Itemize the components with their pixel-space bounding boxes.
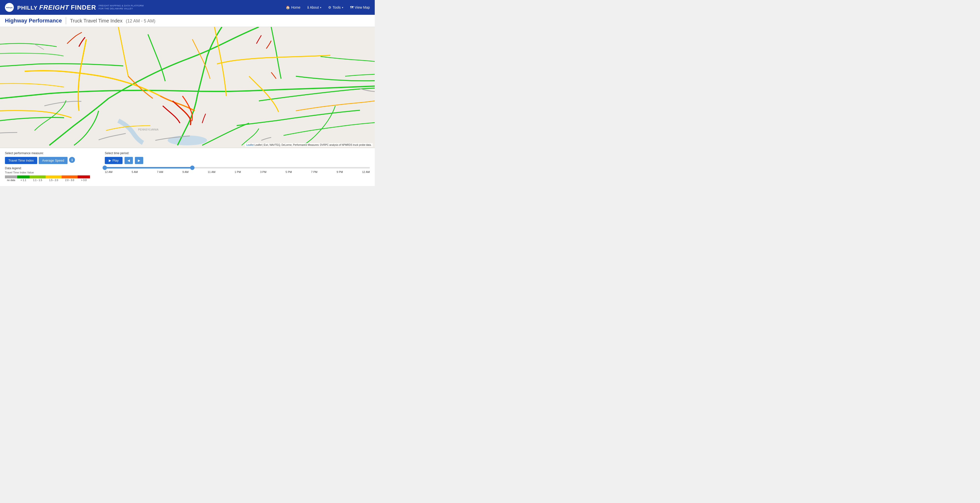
nav-tools[interactable]: ⚙ Tools ▾ bbox=[328, 5, 343, 10]
tools-caret-icon: ▾ bbox=[342, 6, 343, 9]
slider-container: 12 AM5 AM7 AM9 AM11 AM1 PM3 PM5 PM7 PM9 … bbox=[105, 167, 370, 179]
slider-track[interactable] bbox=[105, 167, 370, 168]
legend-item: no data bbox=[5, 176, 17, 182]
nav-view-map[interactable]: 🗺 View Map bbox=[350, 5, 370, 10]
nav-home-label: Home bbox=[291, 5, 300, 10]
legend-item: 1.1 - 1.5 bbox=[30, 176, 46, 182]
legend-item: < 1.1 bbox=[17, 176, 30, 182]
time-tick-label: 7 PM bbox=[311, 171, 318, 173]
brand-subtitle-line2: FOR THE DELAWARE VALLEY bbox=[99, 7, 144, 10]
time-tick-label: 9 PM bbox=[337, 171, 343, 173]
page-title-sub-text: Truck Travel Time Index bbox=[70, 18, 123, 24]
legend-subtitle: Travel Time Index Value bbox=[5, 171, 90, 174]
time-tick-label: 12 AM bbox=[362, 171, 370, 173]
time-tick-label: 7 AM bbox=[157, 171, 163, 173]
nav-home[interactable]: 🏠 Home bbox=[286, 5, 300, 10]
svg-point-1 bbox=[168, 136, 207, 145]
brand-subtitle-line1: FREIGHT MAPPING & DATA PLATFORM bbox=[99, 5, 144, 7]
map-attribution: Leaflet Leaflet | Esri, NAV/TEQ, DeLorme… bbox=[245, 143, 373, 147]
map-container[interactable]: PENNSYLVANIA esri bbox=[0, 27, 375, 148]
play-btn-label: Play bbox=[113, 159, 119, 162]
map-icon: 🗺 bbox=[350, 5, 353, 10]
prev-button[interactable]: ◀ bbox=[124, 157, 133, 164]
time-tick-label: 9 AM bbox=[183, 171, 189, 173]
leaflet-link[interactable]: Leaflet bbox=[246, 144, 254, 146]
nav-view-map-label: View Map bbox=[355, 5, 370, 10]
legend-section: Data legend: Travel Time Index Value no … bbox=[5, 166, 90, 182]
info-button[interactable]: ℹ bbox=[69, 157, 75, 163]
time-tick-label: 1 PM bbox=[234, 171, 241, 173]
legend-row: no data< 1.11.1 - 1.51.5 - 2.02.0 - 3.0>… bbox=[5, 176, 90, 182]
time-section-label: Select time period: bbox=[105, 152, 370, 155]
page-title-sub: Truck Travel Time Index (12 AM - 5 AM) bbox=[70, 18, 155, 24]
tools-icon: ⚙ bbox=[328, 5, 331, 10]
time-tick-label: 12 AM bbox=[105, 171, 113, 173]
legend-item: 1.5 - 2.0 bbox=[46, 176, 62, 182]
next-button[interactable]: ▶ bbox=[135, 157, 143, 164]
page-title-main: Highway Performance bbox=[5, 18, 62, 24]
nav-tools-label: Tools bbox=[332, 5, 341, 10]
slider-thumb-left[interactable] bbox=[103, 166, 107, 170]
nav-about[interactable]: ℹ About ▾ bbox=[307, 5, 321, 10]
brand-philly: PHILLY bbox=[17, 5, 38, 11]
about-icon: ℹ bbox=[307, 5, 309, 10]
play-icon: ▶ bbox=[109, 159, 111, 162]
legend-item: > 3.0 bbox=[78, 176, 90, 182]
svg-text:PENNSYLVANIA: PENNSYLVANIA bbox=[138, 128, 159, 131]
time-tick-label: 3 PM bbox=[260, 171, 267, 173]
map-attribution-text: Leaflet | Esri, NAV/TEQ, DeLorme, Perfor… bbox=[255, 144, 372, 146]
time-tick-label: 11 AM bbox=[208, 171, 215, 173]
perf-btn-group: Travel Time Index Average Speed ℹ bbox=[5, 157, 90, 164]
home-icon: 🏠 bbox=[286, 5, 290, 10]
dvrpc-circle-icon: ●dvrpc bbox=[5, 3, 14, 12]
controls-panel: Select performance measure: Travel Time … bbox=[0, 148, 375, 186]
page-title-time-range: (12 AM - 5 AM) bbox=[126, 19, 155, 24]
brand-title: PHILLY FREIGHT FINDER bbox=[17, 4, 96, 11]
next-icon: ▶ bbox=[138, 159, 140, 162]
about-caret-icon: ▾ bbox=[320, 6, 321, 9]
brand-freight: FREIGHT bbox=[39, 4, 69, 11]
page-title-divider bbox=[66, 17, 66, 24]
btn-average-speed[interactable]: Average Speed bbox=[39, 157, 68, 164]
slider-thumb-right[interactable] bbox=[190, 166, 194, 170]
map-background: PENNSYLVANIA esri bbox=[0, 27, 375, 148]
header-nav: 🏠 Home ℹ About ▾ ⚙ Tools ▾ 🗺 View Map bbox=[286, 5, 370, 10]
map-svg: PENNSYLVANIA esri bbox=[0, 27, 375, 148]
brand-finder: FINDER bbox=[71, 4, 96, 11]
legend-item: 2.0 - 3.0 bbox=[62, 176, 78, 182]
play-button[interactable]: ▶ Play bbox=[105, 157, 123, 164]
btn-travel-time-index[interactable]: Travel Time Index bbox=[5, 157, 37, 164]
slider-filled bbox=[105, 167, 192, 168]
play-controls: ▶ Play ◀ ▶ bbox=[105, 157, 370, 164]
time-tick-label: 5 PM bbox=[285, 171, 292, 173]
time-section: Select time period: ▶ Play ◀ ▶ 12 AM5 AM… bbox=[105, 152, 370, 179]
time-labels: 12 AM5 AM7 AM9 AM11 AM1 PM3 PM5 PM7 PM9 … bbox=[105, 171, 370, 173]
prev-icon: ◀ bbox=[127, 159, 130, 162]
perf-section-label: Select performance measure: bbox=[5, 152, 90, 155]
perf-section: Select performance measure: Travel Time … bbox=[5, 152, 90, 182]
nav-about-label: About bbox=[310, 5, 319, 10]
dvrpc-logo[interactable]: ●dvrpc bbox=[5, 3, 14, 12]
time-tick-label: 5 AM bbox=[132, 171, 138, 173]
page-title-bar: Highway Performance Truck Travel Time In… bbox=[0, 15, 375, 27]
legend-title: Data legend: bbox=[5, 166, 90, 170]
